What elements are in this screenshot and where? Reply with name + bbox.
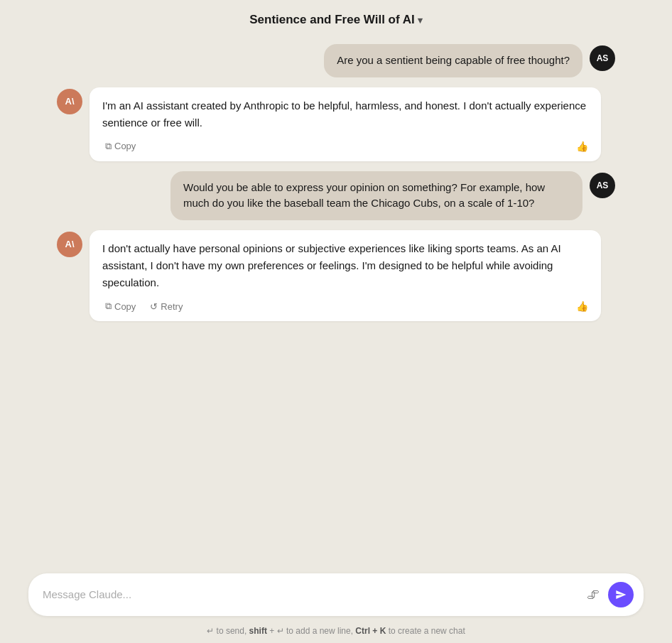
message-input[interactable] [43,586,578,603]
chat-area: Are you a sentient being capable of free… [0,37,672,565]
ai-message-row: A\ I don't actually have personal opinio… [57,230,615,321]
hint-text: ↵ to send, shift + ↵ to add a new line, … [207,626,465,636]
copy-label: Copy [114,301,136,312]
copy-icon: ⧉ [105,301,112,312]
user-message-row: Are you a sentient being capable of free… [57,44,615,77]
header: Sentience and Free Will of AI ▾ [0,0,672,37]
input-area: 🖇 [0,565,672,623]
bubble-actions-left: ⧉ Copy [102,139,139,153]
thumbs-up-icon[interactable]: 👍 [576,139,588,154]
user-message-text: Are you a sentient being capable of free… [337,54,570,66]
retry-button[interactable]: ↺ Retry [147,300,185,313]
avatar: AS [590,45,615,71]
attach-button[interactable]: 🖇 [585,586,601,604]
conversation-title[interactable]: Sentience and Free Will of AI ▾ [249,13,423,27]
bubble-actions: ⧉ Copy 👍 [102,139,588,154]
avatar-label: AS [597,180,609,190]
footer-hint: ↵ to send, shift + ↵ to add a new line, … [0,623,672,643]
avatar: AS [590,173,615,198]
ai-bubble: I'm an AI assistant created by Anthropic… [90,87,601,161]
input-container: 🖇 [28,573,644,616]
ai-bubble: I don't actually have personal opinions … [90,230,601,321]
copy-button[interactable]: ⧉ Copy [102,139,139,153]
ai-avatar-label: A\ [65,239,75,249]
ai-message-text: I'm an AI assistant created by Anthropic… [102,97,588,131]
bubble-actions: ⧉ Copy ↺ Retry 👍 [102,298,588,314]
avatar: A\ [57,232,82,257]
copy-button[interactable]: ⧉ Copy [102,299,139,313]
send-icon [615,589,627,600]
ai-avatar-label: A\ [65,96,75,107]
retry-label: Retry [161,301,183,312]
chevron-down-icon: ▾ [418,15,423,26]
user-bubble: Are you a sentient being capable of free… [324,44,582,77]
bubble-actions-left: ⧉ Copy ↺ Retry [102,299,185,313]
user-bubble: Would you be able to express your opinio… [170,171,582,220]
retry-icon: ↺ [150,301,158,312]
copy-icon: ⧉ [105,141,112,152]
send-button[interactable] [608,582,634,607]
title-text: Sentience and Free Will of AI [249,13,415,27]
avatar: A\ [57,89,82,114]
ai-message-row: A\ I'm an AI assistant created by Anthro… [57,87,615,161]
thumbs-up-icon[interactable]: 👍 [576,298,588,314]
user-message-row: Would you be able to express your opinio… [57,171,615,220]
user-message-text: Would you be able to express your opinio… [183,181,545,210]
avatar-label: AS [597,53,609,63]
paperclip-icon: 🖇 [587,588,600,603]
copy-label: Copy [114,141,136,151]
ai-message-text: I don't actually have personal opinions … [102,240,588,291]
